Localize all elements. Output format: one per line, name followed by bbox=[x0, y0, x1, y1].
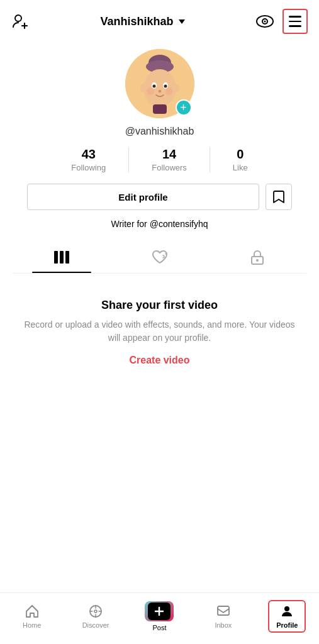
nav-inbox[interactable]: Inbox bbox=[204, 604, 242, 629]
svg-rect-17 bbox=[153, 104, 167, 114]
empty-state-description: Record or upload a video with effects, s… bbox=[19, 318, 300, 345]
svg-point-19 bbox=[173, 84, 179, 92]
empty-state: Share your first video Record or upload … bbox=[0, 274, 319, 379]
create-video-link[interactable]: Create video bbox=[129, 355, 189, 365]
svg-point-15 bbox=[147, 87, 154, 95]
nav-inbox-label: Inbox bbox=[215, 621, 232, 629]
eye-button[interactable] bbox=[256, 15, 274, 28]
nav-discover[interactable]: Discover bbox=[77, 604, 115, 629]
svg-rect-21 bbox=[60, 251, 64, 264]
svg-point-35 bbox=[284, 606, 289, 611]
nav-post[interactable]: Post bbox=[140, 601, 178, 631]
following-label: Following bbox=[71, 163, 106, 172]
profile-section: + @vanhishikhab 43 Following 14 Follower… bbox=[0, 43, 319, 274]
svg-point-16 bbox=[165, 87, 173, 95]
followers-stat[interactable]: 14 Followers bbox=[129, 147, 210, 172]
menu-line-1 bbox=[289, 16, 301, 18]
edit-profile-button[interactable]: Edit profile bbox=[27, 184, 259, 210]
svg-point-12 bbox=[152, 85, 155, 88]
profile-handle: @vanhishikhab bbox=[125, 126, 194, 137]
followers-label: Followers bbox=[152, 163, 187, 172]
nav-discover-label: Discover bbox=[82, 621, 109, 629]
action-buttons: Edit profile bbox=[27, 184, 291, 210]
bottom-nav: Home Discover Post bbox=[0, 592, 319, 644]
post-button-inner bbox=[148, 602, 171, 620]
svg-point-18 bbox=[140, 84, 147, 92]
header: Vanhishikhab bbox=[0, 0, 319, 43]
chevron-down-icon bbox=[179, 19, 185, 24]
svg-rect-20 bbox=[54, 251, 58, 264]
username-label: Vanhishikhab bbox=[100, 15, 173, 28]
add-avatar-button[interactable]: + bbox=[176, 99, 192, 116]
following-count: 43 bbox=[82, 147, 96, 162]
header-title[interactable]: Vanhishikhab bbox=[100, 15, 184, 28]
svg-rect-34 bbox=[218, 606, 229, 615]
menu-line-3 bbox=[289, 25, 301, 27]
empty-state-title: Share your first video bbox=[19, 299, 300, 312]
header-left bbox=[11, 13, 29, 30]
bookmark-button[interactable] bbox=[266, 184, 292, 210]
svg-point-13 bbox=[164, 85, 167, 88]
likes-stat[interactable]: 0 Like bbox=[210, 147, 271, 172]
likes-count: 0 bbox=[237, 147, 243, 162]
menu-line-2 bbox=[289, 21, 301, 23]
bio-prefix: Writer for bbox=[111, 219, 149, 229]
nav-home[interactable]: Home bbox=[13, 604, 51, 629]
header-right bbox=[256, 9, 308, 34]
tabs-row bbox=[13, 242, 306, 274]
tab-private[interactable] bbox=[208, 242, 306, 273]
nav-profile[interactable]: Profile bbox=[268, 600, 306, 633]
svg-point-0 bbox=[15, 15, 21, 21]
menu-button[interactable] bbox=[283, 9, 308, 34]
tab-liked[interactable] bbox=[111, 242, 209, 273]
nav-home-label: Home bbox=[23, 621, 41, 629]
nav-profile-label: Profile bbox=[276, 621, 298, 629]
nav-post-label: Post bbox=[152, 624, 166, 631]
avatar-wrapper: + bbox=[125, 49, 194, 118]
bio: Writer for @contensifyhq bbox=[111, 219, 208, 229]
following-stat[interactable]: 43 Following bbox=[48, 147, 129, 172]
svg-point-5 bbox=[264, 21, 266, 23]
followers-count: 14 bbox=[162, 147, 176, 162]
post-button[interactable] bbox=[145, 601, 174, 621]
stats-row: 43 Following 14 Followers 0 Like bbox=[13, 147, 306, 172]
tab-videos[interactable] bbox=[13, 242, 111, 273]
svg-point-25 bbox=[256, 259, 259, 262]
svg-rect-22 bbox=[65, 251, 69, 264]
likes-label: Like bbox=[233, 163, 248, 172]
svg-point-27 bbox=[94, 610, 97, 613]
svg-point-14 bbox=[158, 90, 161, 92]
add-friend-button[interactable] bbox=[11, 13, 29, 30]
bio-handle[interactable]: @contensifyhq bbox=[150, 219, 208, 229]
